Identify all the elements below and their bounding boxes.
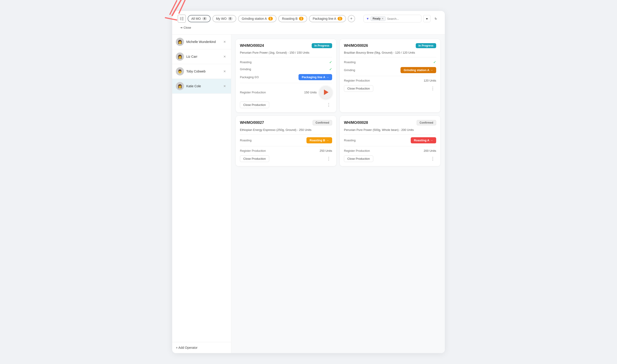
roasting-a-button[interactable]: Roasting A →	[411, 137, 436, 143]
remove-operator-btn[interactable]: ✕	[222, 84, 227, 88]
mo-product: Peruvian Pure Power (500g, Whole bean) -…	[344, 128, 436, 131]
step-label: Grinding	[344, 68, 355, 72]
mo-number: WH/MO/00026	[344, 44, 368, 48]
divider	[240, 83, 332, 83]
tab-grinding-a-badge: 1	[268, 17, 273, 20]
remove-operator-btn[interactable]: ✕	[222, 39, 227, 44]
divider	[344, 76, 436, 76]
plus-icon: +	[350, 16, 353, 21]
step-label: Grinding	[240, 67, 251, 71]
avatar: 👨	[176, 67, 184, 76]
mo-card-00028: WH/MO/00028 Confirmed Peruvian Pure Powe…	[340, 116, 440, 166]
main-container: All MO 4 My WO 0 Grinding station A 1 Ro…	[172, 11, 445, 353]
divider	[344, 134, 436, 134]
mo-step-roasting: Roasting ✓	[344, 60, 436, 64]
mo-card-header: WH/MO/00024 In Progress	[240, 43, 332, 48]
play-button[interactable]	[319, 86, 332, 99]
more-options-icon[interactable]: ⋮	[325, 101, 332, 108]
top-nav: All MO 4 My WO 0 Grinding station A 1 Ro…	[172, 11, 445, 35]
search-input[interactable]	[387, 17, 419, 20]
mo-number: WH/MO/00028	[344, 121, 368, 125]
status-badge: In Progress	[312, 43, 332, 48]
mo-card-00026: WH/MO/00026 In Progress Brazilian Bouncy…	[340, 39, 440, 112]
packaging-line-a-button[interactable]: Packaging line A →	[298, 74, 332, 80]
more-options-icon[interactable]: ⋮	[325, 155, 332, 162]
refresh-icon: ↻	[435, 17, 437, 20]
mo-number: WH/MO/00024	[240, 44, 264, 48]
mo-step-roasting: Roasting Roasting A →	[344, 137, 436, 143]
status-badge: Confirmed	[313, 120, 332, 125]
close-production-button[interactable]: Close Production	[344, 156, 373, 162]
search-dropdown-btn[interactable]: ▾	[423, 15, 430, 22]
mo-step-grinding: Grinding Grinding station A →	[344, 67, 436, 73]
remove-operator-btn[interactable]: ✕	[222, 54, 227, 59]
register-production-row: Register Production 120 Units	[344, 79, 436, 82]
close-production-button[interactable]: Close Production	[344, 85, 373, 92]
check-icon: ✓	[329, 67, 332, 71]
close-top-button[interactable]: ⇥ Close	[178, 25, 193, 31]
step-label: Roasting	[240, 139, 251, 142]
svg-rect-4	[180, 17, 181, 20]
operator-item[interactable]: 👨 Toby Cobweb ✕	[172, 64, 231, 79]
tab-packaging-a-badge: 1	[338, 17, 342, 20]
check-icon: ✓	[433, 60, 436, 64]
tab-all-mo[interactable]: All MO 4	[188, 15, 211, 22]
svg-rect-5	[182, 17, 184, 18]
close-filter-icon[interactable]: ✕	[381, 17, 384, 20]
mo-card-00027: WH/MO/00027 Confirmed Ethiopian Energy E…	[236, 116, 336, 166]
exit-icon: ⇥	[180, 26, 182, 29]
tab-grinding-a-label: Grinding station A	[242, 17, 267, 20]
mo-product: Ethiopian Energy Espresso (250g, Ground)…	[240, 128, 332, 131]
close-production-button[interactable]: Close Production	[240, 156, 269, 162]
operator-name: Katie Cole	[186, 84, 220, 88]
mo-step-roasting: Roasting ✓	[240, 60, 332, 64]
more-options-icon[interactable]: ⋮	[429, 155, 436, 162]
more-options-icon[interactable]: ⋮	[429, 85, 436, 92]
avatar: 👩	[176, 82, 184, 90]
operator-item[interactable]: 👩 Michelle Wunderkind ✕	[172, 35, 231, 49]
operator-name: Michelle Wunderkind	[186, 40, 220, 44]
filter-chip-ready[interactable]: Ready ✕	[371, 16, 386, 21]
operator-item[interactable]: 👩 Liz Carr ✕	[172, 49, 231, 64]
mo-footer: Close Production ⋮	[240, 155, 332, 162]
add-tab-button[interactable]: +	[348, 15, 355, 22]
sidebar-toggle-btn[interactable]	[178, 14, 186, 23]
tab-grinding-a[interactable]: Grinding station A 1	[238, 15, 276, 22]
mo-card-00024: WH/MO/00024 In Progress Peruvian Pure Po…	[236, 39, 336, 112]
tab-packaging-a[interactable]: Packaging line A 1	[309, 15, 346, 22]
mo-step-packaging: Packaging 0/3 Packaging line A →	[240, 74, 332, 80]
filter-chip-label: Ready	[373, 17, 381, 20]
status-badge: In Progress	[416, 43, 436, 48]
remove-operator-btn[interactable]: ✕	[222, 69, 227, 74]
mo-card-header: WH/MO/00028 Confirmed	[344, 120, 436, 125]
mo-card-header: WH/MO/00027 Confirmed	[240, 120, 332, 125]
operator-item-active[interactable]: 👩 Katie Cole ✕	[172, 79, 231, 94]
register-production-label: Register Production	[240, 91, 266, 94]
refresh-button[interactable]: ↻	[432, 16, 439, 22]
divider	[240, 146, 332, 146]
mo-number: WH/MO/00027	[240, 121, 264, 125]
tab-roasting-b[interactable]: Roasting B 1	[278, 15, 307, 22]
mo-footer: Close Production ⋮	[344, 155, 436, 162]
close-top-label: Close	[184, 26, 191, 29]
sidebar: 👩 Michelle Wunderkind ✕ 👩 Liz Carr ✕ 👨 T…	[172, 35, 231, 353]
search-bar: ▼ Ready ✕	[363, 15, 421, 23]
tab-my-wo[interactable]: My WO 0	[212, 15, 236, 22]
divider	[240, 134, 332, 134]
mo-footer: Close Production ⋮	[240, 101, 332, 108]
avatar: 👩	[176, 52, 184, 61]
avatar: 👩	[176, 38, 184, 46]
tab-roasting-b-badge: 1	[299, 17, 304, 20]
filter-icon: ▼	[366, 17, 369, 20]
operator-name: Toby Cobweb	[186, 69, 220, 73]
register-production-label: Register Production	[344, 149, 370, 153]
register-production-row: Register Production 250 Units	[240, 149, 332, 153]
add-operator-button[interactable]: + Add Operator	[172, 342, 231, 353]
close-production-button[interactable]: Close Production	[240, 102, 269, 108]
roasting-b-button[interactable]: Roasting B →	[307, 137, 332, 143]
step-label: Packaging 0/3	[240, 76, 258, 79]
operator-name: Liz Carr	[186, 55, 220, 58]
register-production-label: Register Production	[240, 149, 266, 153]
mo-product: Brazilian Bouncy Brew (5kg, Ground) - 12…	[344, 51, 436, 54]
grinding-station-a-button[interactable]: Grinding station A →	[400, 67, 436, 73]
